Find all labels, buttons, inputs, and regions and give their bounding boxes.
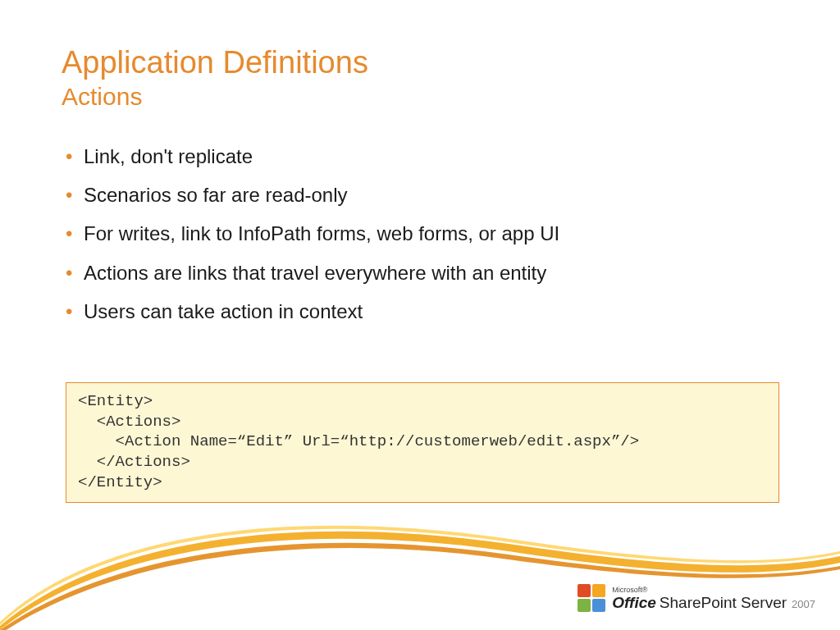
brand-product: SharePoint Server <box>660 595 787 610</box>
slide: Application Definitions Actions Link, do… <box>0 0 840 630</box>
title-block: Application Definitions Actions <box>62 45 368 111</box>
bullet-item: Users can take action in context <box>66 299 788 324</box>
brand-year: 2007 <box>792 599 815 609</box>
brand-microsoft: Microsoft® <box>612 587 815 594</box>
slide-title: Application Definitions <box>62 45 368 81</box>
brand-logo: Microsoft® Office SharePoint Server 2007 <box>578 584 815 612</box>
brand-text: Microsoft® Office SharePoint Server 2007 <box>612 587 815 610</box>
code-sample-box: <Entity> <Actions> <Action Name=“Edit” U… <box>66 382 779 503</box>
bullet-list: Link, don't replicate Scenarios so far a… <box>66 144 788 337</box>
bullet-item: Link, don't replicate <box>66 144 788 169</box>
office-logo-icon <box>578 584 605 612</box>
bullet-item: Scenarios so far are read-only <box>66 182 788 208</box>
slide-subtitle: Actions <box>62 83 368 112</box>
bullet-item: For writes, link to InfoPath forms, web … <box>66 221 788 246</box>
brand-office: Office <box>612 595 656 610</box>
bullet-item: Actions are links that travel everywhere… <box>66 260 788 285</box>
code-sample: <Entity> <Actions> <Action Name=“Edit” U… <box>78 391 767 492</box>
